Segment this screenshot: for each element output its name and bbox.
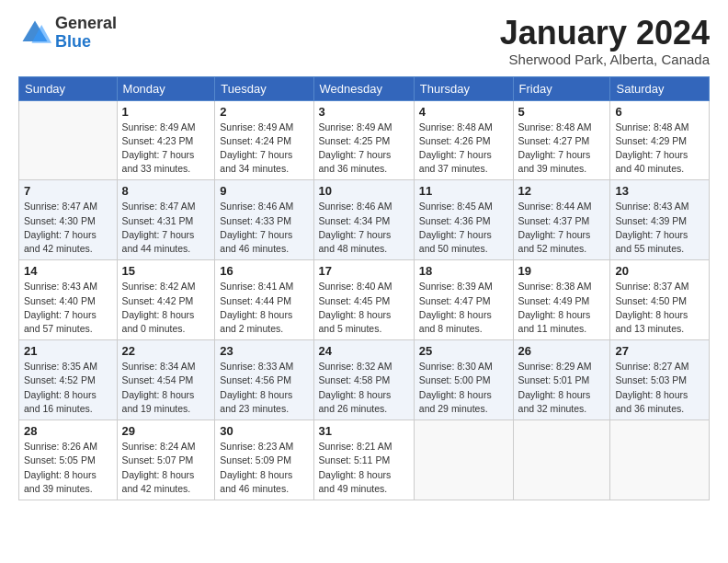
calendar-cell: 6 Sunrise: 8:48 AMSunset: 4:29 PMDayligh… [610,100,710,180]
day-number: 7 [24,184,112,198]
day-info: Sunrise: 8:21 AMSunset: 5:11 PMDaylight:… [319,440,409,496]
day-info: Sunrise: 8:44 AMSunset: 4:37 PMDaylight:… [518,200,606,256]
day-number: 6 [615,105,704,119]
day-info: Sunrise: 8:30 AMSunset: 5:00 PMDaylight:… [419,360,508,416]
calendar-cell: 16 Sunrise: 8:41 AMSunset: 4:44 PMDaylig… [215,260,313,340]
calendar-cell: 10 Sunrise: 8:46 AMSunset: 4:34 PMDaylig… [313,180,414,260]
calendar-cell: 30 Sunrise: 8:23 AMSunset: 5:09 PMDaylig… [215,420,313,500]
day-number: 18 [419,264,508,278]
day-info: Sunrise: 8:37 AMSunset: 4:50 PMDaylight:… [615,280,704,336]
logo-text: General Blue [55,15,117,52]
day-info: Sunrise: 8:39 AMSunset: 4:47 PMDaylight:… [419,280,508,336]
day-info: Sunrise: 8:23 AMSunset: 5:09 PMDaylight:… [220,440,308,496]
calendar-cell [19,100,118,180]
day-number: 12 [518,184,606,198]
logo-icon [18,17,51,50]
day-number: 30 [220,424,308,438]
calendar-cell: 27 Sunrise: 8:27 AMSunset: 5:03 PMDaylig… [610,340,710,420]
calendar-cell: 19 Sunrise: 8:38 AMSunset: 4:49 PMDaylig… [513,260,610,340]
calendar-header-row: Sunday Monday Tuesday Wednesday Thursday… [19,76,710,100]
day-number: 21 [24,344,112,358]
calendar-cell: 11 Sunrise: 8:45 AMSunset: 4:36 PMDaylig… [414,180,513,260]
calendar-table: Sunday Monday Tuesday Wednesday Thursday… [18,76,710,500]
calendar-cell: 22 Sunrise: 8:34 AMSunset: 4:54 PMDaylig… [117,340,215,420]
day-number: 14 [24,264,112,278]
col-saturday: Saturday [610,76,710,100]
calendar-cell: 17 Sunrise: 8:40 AMSunset: 4:45 PMDaylig… [313,260,414,340]
calendar-week-1: 1 Sunrise: 8:49 AMSunset: 4:23 PMDayligh… [19,100,710,180]
day-number: 26 [518,344,606,358]
calendar-cell: 13 Sunrise: 8:43 AMSunset: 4:39 PMDaylig… [610,180,710,260]
col-wednesday: Wednesday [313,76,414,100]
calendar-week-4: 21 Sunrise: 8:35 AMSunset: 4:52 PMDaylig… [19,340,710,420]
calendar-cell: 9 Sunrise: 8:46 AMSunset: 4:33 PMDayligh… [215,180,313,260]
calendar-cell: 15 Sunrise: 8:42 AMSunset: 4:42 PMDaylig… [117,260,215,340]
day-number: 22 [122,344,210,358]
day-number: 4 [419,105,508,119]
calendar-cell [610,420,710,500]
day-number: 9 [220,184,308,198]
day-info: Sunrise: 8:38 AMSunset: 4:49 PMDaylight:… [518,280,606,336]
day-info: Sunrise: 8:34 AMSunset: 4:54 PMDaylight:… [122,360,210,416]
day-info: Sunrise: 8:32 AMSunset: 4:58 PMDaylight:… [319,360,409,416]
calendar-cell: 24 Sunrise: 8:32 AMSunset: 4:58 PMDaylig… [313,340,414,420]
day-number: 3 [319,105,409,119]
location-subtitle: Sherwood Park, Alberta, Canada [500,52,710,67]
calendar-cell: 23 Sunrise: 8:33 AMSunset: 4:56 PMDaylig… [215,340,313,420]
header: General Blue January 2024 Sherwood Park,… [18,15,710,67]
calendar-cell: 1 Sunrise: 8:49 AMSunset: 4:23 PMDayligh… [117,100,215,180]
day-number: 28 [24,424,112,438]
day-number: 15 [122,264,210,278]
col-thursday: Thursday [414,76,513,100]
day-info: Sunrise: 8:48 AMSunset: 4:29 PMDaylight:… [615,121,704,177]
calendar-cell: 7 Sunrise: 8:47 AMSunset: 4:30 PMDayligh… [19,180,118,260]
day-number: 13 [615,184,704,198]
calendar-cell [513,420,610,500]
day-number: 2 [220,105,308,119]
day-info: Sunrise: 8:48 AMSunset: 4:27 PMDaylight:… [518,121,606,177]
title-section: January 2024 Sherwood Park, Alberta, Can… [500,15,710,67]
day-number: 27 [615,344,704,358]
day-info: Sunrise: 8:26 AMSunset: 5:05 PMDaylight:… [24,440,112,496]
day-number: 23 [220,344,308,358]
calendar-cell: 25 Sunrise: 8:30 AMSunset: 5:00 PMDaylig… [414,340,513,420]
calendar-cell: 29 Sunrise: 8:24 AMSunset: 5:07 PMDaylig… [117,420,215,500]
day-number: 16 [220,264,308,278]
day-number: 19 [518,264,606,278]
day-number: 1 [122,105,210,119]
day-info: Sunrise: 8:24 AMSunset: 5:07 PMDaylight:… [122,440,210,496]
col-tuesday: Tuesday [215,76,313,100]
month-title: January 2024 [500,15,710,52]
day-number: 10 [319,184,409,198]
calendar-cell: 2 Sunrise: 8:49 AMSunset: 4:24 PMDayligh… [215,100,313,180]
day-number: 24 [319,344,409,358]
day-number: 25 [419,344,508,358]
calendar-cell: 12 Sunrise: 8:44 AMSunset: 4:37 PMDaylig… [513,180,610,260]
day-info: Sunrise: 8:48 AMSunset: 4:26 PMDaylight:… [419,121,508,177]
col-sunday: Sunday [19,76,118,100]
day-info: Sunrise: 8:43 AMSunset: 4:40 PMDaylight:… [24,280,112,336]
calendar-cell [414,420,513,500]
logo-blue: Blue [55,33,117,52]
calendar-cell: 8 Sunrise: 8:47 AMSunset: 4:31 PMDayligh… [117,180,215,260]
day-number: 5 [518,105,606,119]
day-number: 17 [319,264,409,278]
calendar-cell: 20 Sunrise: 8:37 AMSunset: 4:50 PMDaylig… [610,260,710,340]
col-monday: Monday [117,76,215,100]
logo: General Blue [18,15,117,52]
day-info: Sunrise: 8:27 AMSunset: 5:03 PMDaylight:… [615,360,704,416]
calendar-cell: 21 Sunrise: 8:35 AMSunset: 4:52 PMDaylig… [19,340,118,420]
calendar-cell: 18 Sunrise: 8:39 AMSunset: 4:47 PMDaylig… [414,260,513,340]
calendar-cell: 3 Sunrise: 8:49 AMSunset: 4:25 PMDayligh… [313,100,414,180]
day-info: Sunrise: 8:46 AMSunset: 4:34 PMDaylight:… [319,200,409,256]
calendar-week-2: 7 Sunrise: 8:47 AMSunset: 4:30 PMDayligh… [19,180,710,260]
col-friday: Friday [513,76,610,100]
calendar-week-3: 14 Sunrise: 8:43 AMSunset: 4:40 PMDaylig… [19,260,710,340]
day-number: 11 [419,184,508,198]
day-info: Sunrise: 8:29 AMSunset: 5:01 PMDaylight:… [518,360,606,416]
calendar-cell: 31 Sunrise: 8:21 AMSunset: 5:11 PMDaylig… [313,420,414,500]
day-number: 8 [122,184,210,198]
day-info: Sunrise: 8:47 AMSunset: 4:30 PMDaylight:… [24,200,112,256]
day-number: 31 [319,424,409,438]
day-number: 29 [122,424,210,438]
